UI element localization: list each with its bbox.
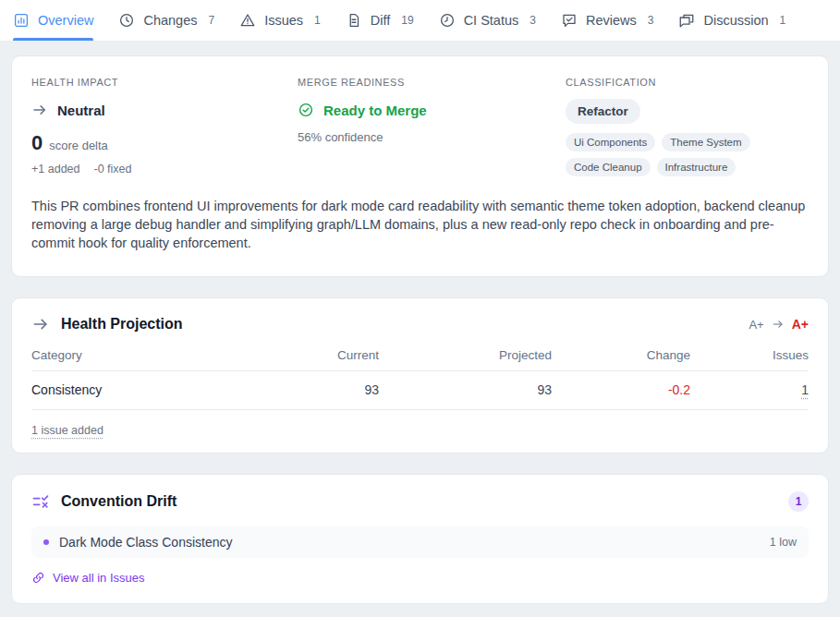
severity-dot-icon	[43, 539, 49, 545]
tab-count: 3	[530, 14, 536, 27]
convention-drift-title: Convention Drift	[61, 493, 177, 510]
tab-ci-status[interactable]: CI Status 3	[439, 0, 536, 41]
rule-checklist-icon	[31, 492, 50, 511]
cell-change: -0.2	[552, 382, 690, 397]
classification-tags: Ui Components Theme System Code Cleanup …	[566, 133, 809, 176]
tab-issues[interactable]: Issues 1	[239, 0, 321, 41]
arrow-right-icon	[31, 315, 50, 333]
tab-count: 3	[648, 14, 654, 27]
main-content: HEALTH IMPACT Neutral 0 score delta +1 a…	[0, 42, 840, 617]
tab-label: Discussion	[703, 13, 768, 28]
tab-discussion[interactable]: Discussion 1	[678, 0, 785, 41]
tab-overview[interactable]: Overview	[13, 0, 93, 41]
tab-reviews[interactable]: Reviews 3	[561, 0, 653, 41]
summary-grid: HEALTH IMPACT Neutral 0 score delta +1 a…	[31, 77, 809, 176]
view-all-issues-label: View all in Issues	[53, 571, 144, 585]
merge-readiness-status: Ready to Merge	[323, 103, 427, 118]
col-current: Current	[268, 348, 379, 362]
cell-issues-link[interactable]: 1	[801, 382, 809, 397]
drift-issue-row[interactable]: Dark Mode Class Consistency 1 low	[31, 526, 809, 558]
tab-label: Reviews	[586, 13, 637, 28]
grade-projected: A+	[792, 317, 809, 332]
warning-triangle-icon	[239, 12, 256, 29]
merge-readiness-section: MERGE READINESS Ready to Merge 56% confi…	[298, 77, 566, 176]
projection-table-header: Category Current Projected Change Issues	[31, 348, 809, 371]
tab-label: CI Status	[464, 13, 519, 28]
issues-added-count: +1 added	[31, 163, 79, 175]
link-icon	[31, 571, 45, 585]
score-delta-caption: score delta	[49, 139, 108, 152]
classification-label: CLASSIFICATION	[566, 77, 809, 88]
score-delta-value: 0	[31, 131, 43, 155]
classification-primary-chip: Refactor	[566, 99, 640, 124]
col-issues: Issues	[690, 348, 809, 362]
tag-chip: Code Cleanup	[566, 158, 651, 176]
pr-description: This PR combines frontend UI improvement…	[31, 197, 809, 252]
tab-count: 7	[208, 14, 214, 27]
classification-section: CLASSIFICATION Refactor Ui Components Th…	[566, 77, 809, 176]
changes-icon	[118, 12, 135, 29]
projection-table: Category Current Projected Change Issues…	[31, 348, 809, 410]
grade-change: A+ A+	[749, 317, 809, 332]
tag-chip: Ui Components	[566, 133, 655, 151]
health-projection-card: Health Projection A+ A+ Category Current…	[11, 297, 829, 454]
drift-issue-severity: 1 low	[770, 536, 797, 549]
chat-icon	[678, 12, 695, 29]
tag-chip: Theme System	[662, 133, 749, 151]
tab-label: Changes	[143, 13, 197, 28]
view-all-issues-link[interactable]: View all in Issues	[31, 571, 144, 585]
health-impact-label: HEALTH IMPACT	[31, 77, 298, 88]
tab-changes[interactable]: Changes 7	[118, 0, 214, 41]
check-circle-icon	[298, 102, 314, 118]
overview-icon	[13, 12, 30, 29]
tab-count: 1	[314, 14, 321, 27]
diff-file-icon	[346, 12, 362, 29]
drift-issue-name: Dark Mode Class Consistency	[59, 535, 233, 550]
drift-count-badge: 1	[788, 491, 809, 512]
col-change: Change	[552, 348, 690, 362]
summary-card: HEALTH IMPACT Neutral 0 score delta +1 a…	[11, 55, 829, 277]
grade-current: A+	[749, 318, 763, 332]
cell-current: 93	[268, 382, 379, 397]
tab-diff[interactable]: Diff 19	[346, 0, 414, 41]
cell-projected: 93	[379, 382, 552, 397]
tab-label: Diff	[371, 13, 391, 28]
col-category: Category	[31, 348, 268, 362]
health-impact-status: Neutral	[57, 103, 105, 118]
issue-added-link[interactable]: 1 issue added	[31, 424, 103, 437]
cell-category: Consistency	[31, 382, 268, 397]
table-row: Consistency 93 93 -0.2 1	[31, 371, 809, 410]
arrow-right-icon	[772, 318, 785, 331]
tab-count: 1	[780, 14, 786, 27]
col-projected: Projected	[379, 348, 552, 362]
clock-icon	[439, 12, 456, 29]
tag-chip: Infrastructure	[657, 158, 737, 176]
health-impact-section: HEALTH IMPACT Neutral 0 score delta +1 a…	[31, 77, 298, 176]
health-projection-title: Health Projection	[61, 316, 183, 333]
tab-label: Issues	[264, 13, 303, 28]
tab-label: Overview	[38, 13, 93, 28]
issues-fixed-count: -0 fixed	[93, 163, 131, 175]
convention-drift-card: Convention Drift 1 Dark Mode Class Consi…	[11, 474, 829, 604]
arrow-right-icon	[31, 102, 48, 118]
merge-confidence: 56% confidence	[298, 130, 566, 144]
merge-readiness-label: MERGE READINESS	[298, 77, 566, 88]
review-icon	[561, 12, 578, 29]
tab-count: 19	[401, 14, 413, 27]
tab-bar: Overview Changes 7 Issues 1 Diff 19 CI S…	[0, 0, 840, 42]
